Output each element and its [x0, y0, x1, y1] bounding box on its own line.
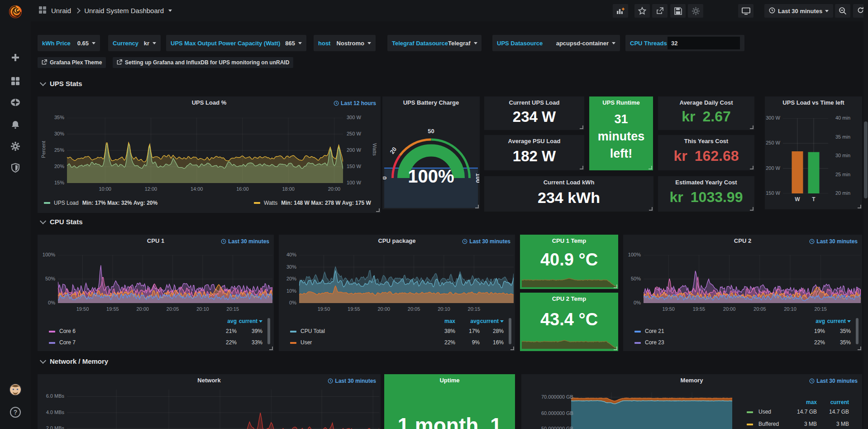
stat-title[interactable]: CPU 2 Temp [520, 295, 618, 302]
legend-series-name[interactable]: Core 6 [59, 328, 76, 334]
resize-handle[interactable] [475, 205, 479, 208]
legend-item-watts[interactable]: Watts Min: 148 W Max: 278 W Avg: 175 W [254, 200, 371, 206]
time-range-picker[interactable]: Last 30 minutes [764, 4, 833, 18]
link-label[interactable]: Setting up Grafana and InfluxDB for UPS … [125, 59, 289, 66]
cpu-threads-input[interactable] [668, 37, 740, 49]
grafana-logo-icon[interactable] [0, 3, 31, 21]
legend-header-max[interactable]: max [785, 399, 817, 405]
user-avatar[interactable] [0, 381, 31, 399]
save-button[interactable] [670, 4, 686, 18]
cpu-package-chart[interactable] [299, 255, 514, 303]
resize-handle[interactable] [858, 205, 861, 208]
stat-title[interactable]: UPS Runtime [589, 99, 653, 106]
dashboard-title-caret-icon[interactable] [168, 10, 172, 12]
variable-kwh-price[interactable]: kWh Price 0.65 [38, 35, 100, 51]
star-button[interactable] [634, 4, 650, 18]
variable-host[interactable]: host Nostromo [314, 35, 376, 51]
panel-time-badge[interactable]: Last 12 hours [334, 100, 376, 106]
variable-value[interactable]: 0.65 [77, 40, 89, 47]
legend-series-name[interactable]: UPS Load [54, 200, 79, 206]
variable-value[interactable]: apcupsd-container [556, 40, 609, 47]
panel-time-badge[interactable]: Last 30 minutes [328, 378, 376, 384]
cpu1-chart[interactable] [58, 255, 272, 303]
chevron-down-icon[interactable] [474, 42, 477, 44]
panel-title[interactable]: UPS Battery Charge [382, 99, 480, 106]
refresh-icon[interactable] [857, 7, 864, 15]
resize-handle[interactable] [510, 347, 514, 350]
variable-value[interactable]: kr [144, 40, 149, 47]
resize-handle[interactable] [858, 347, 861, 350]
stat-title[interactable]: Average PSU Load [484, 138, 584, 145]
stat-title[interactable]: Estimated Yearly Cost [658, 179, 754, 186]
section-ups-stats[interactable]: UPS Stats [41, 80, 82, 87]
page-scrollbar-thumb[interactable] [864, 121, 868, 198]
ups-load-chart[interactable] [67, 118, 343, 183]
legend-series-name[interactable]: Watts [264, 200, 277, 206]
admin-shield-icon[interactable] [0, 159, 31, 177]
breadcrumb-app[interactable]: Unraid [51, 7, 71, 14]
variable-value[interactable]: 865 [285, 40, 295, 47]
legend-series-name[interactable]: Core 23 [645, 339, 664, 346]
resize-handle[interactable] [580, 166, 583, 169]
panel-time-badge[interactable]: Last 30 minutes [809, 378, 858, 384]
resize-handle[interactable] [649, 166, 652, 169]
legend-item-ups-load[interactable]: UPS Load Min: 17% Max: 32% Avg: 20% [44, 200, 157, 206]
configuration-gear-icon[interactable] [0, 137, 31, 155]
help-icon[interactable]: ? [0, 403, 31, 421]
variable-value[interactable]: Nostromo [337, 40, 364, 47]
legend-series-name[interactable]: CPU Total [300, 328, 325, 334]
panel-time-badge[interactable]: Last 30 minutes [221, 238, 269, 245]
chevron-down-icon[interactable] [298, 42, 302, 44]
legend-series-name[interactable]: Core 7 [59, 339, 76, 346]
resize-handle[interactable] [750, 166, 754, 169]
variable-ups-max-output[interactable]: UPS Max Output Power Capacity (Watt) 865 [166, 35, 306, 51]
resize-handle[interactable] [614, 347, 617, 350]
section-cpu-stats[interactable]: CPU Stats [41, 218, 83, 226]
stat-title[interactable]: This Years Cost [658, 138, 754, 145]
resize-handle[interactable] [750, 125, 754, 129]
battery-gauge[interactable]: 02050100100% [383, 106, 479, 208]
link-ups-monitoring-guide[interactable]: Setting up Grafana and InfluxDB for UPS … [113, 57, 293, 68]
resize-handle[interactable] [750, 207, 754, 211]
legend-series-name[interactable]: Used [758, 409, 771, 415]
legend-scrollbar[interactable] [856, 318, 858, 344]
link-label[interactable]: Grafana Plex Theme [50, 59, 102, 66]
legend-series-name[interactable]: User [300, 339, 312, 346]
link-grafana-plex-theme[interactable]: Grafana Plex Theme [38, 57, 106, 68]
resize-handle[interactable] [649, 207, 653, 211]
legend-series-name[interactable]: Core 21 [645, 328, 664, 334]
section-network-memory[interactable]: Network / Memory [41, 357, 108, 365]
chevron-down-icon[interactable] [92, 42, 95, 44]
variable-currency[interactable]: Currency kr [108, 35, 161, 51]
resize-handle[interactable] [614, 284, 617, 288]
create-plus-icon[interactable] [0, 48, 31, 67]
legend-header-current[interactable]: current [816, 318, 851, 324]
network-chart[interactable] [67, 390, 379, 429]
cpu2-chart[interactable] [644, 255, 861, 303]
explore-compass-icon[interactable] [0, 93, 31, 111]
settings-gear-icon[interactable] [688, 4, 703, 18]
panel-title[interactable]: UPS Load vs Time left [765, 99, 862, 106]
legend-header-current[interactable]: current [228, 318, 262, 324]
resize-handle[interactable] [376, 208, 380, 212]
panel-title[interactable]: UPS Load % [38, 99, 381, 106]
resize-handle[interactable] [580, 125, 583, 129]
stat-title[interactable]: Current UPS Load [484, 99, 584, 106]
add-panel-button[interactable] [613, 4, 628, 18]
alerting-bell-icon[interactable] [0, 116, 31, 134]
variable-ups-datasource[interactable]: UPS Datasource apcupsd-container [492, 35, 620, 51]
dashboards-icon[interactable] [0, 72, 31, 90]
panel-time-badge[interactable]: Last 30 minutes [809, 238, 858, 245]
legend-header-current[interactable]: current [469, 318, 504, 324]
stat-title[interactable]: Uptime [384, 377, 515, 384]
chevron-down-icon[interactable] [153, 42, 156, 44]
legend-series-name[interactable]: Buffered [758, 421, 779, 427]
panel-time-badge[interactable]: Last 30 minutes [462, 238, 510, 245]
chevron-down-icon[interactable] [612, 42, 615, 44]
variable-value[interactable]: Telegraf [448, 40, 471, 47]
apps-grid-icon[interactable] [39, 6, 47, 15]
variable-telegraf-datasource[interactable]: Telegraf Datasource Telegraf [387, 35, 482, 51]
dashboard-title[interactable]: Unraid System Dashboard [84, 7, 164, 14]
legend-header-current[interactable]: current [817, 399, 849, 405]
share-button[interactable] [652, 4, 668, 18]
